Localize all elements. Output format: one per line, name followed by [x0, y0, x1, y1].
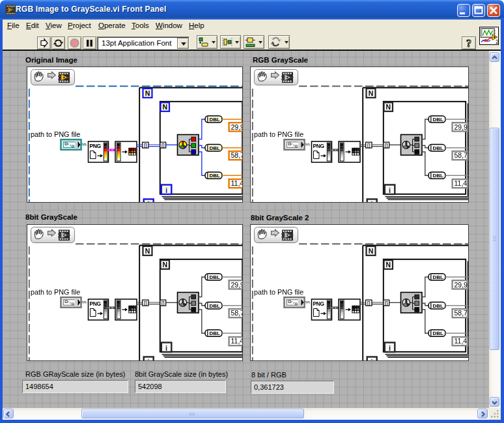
svg-text:?: ?	[466, 38, 471, 49]
svg-text:2: 2	[496, 38, 498, 44]
